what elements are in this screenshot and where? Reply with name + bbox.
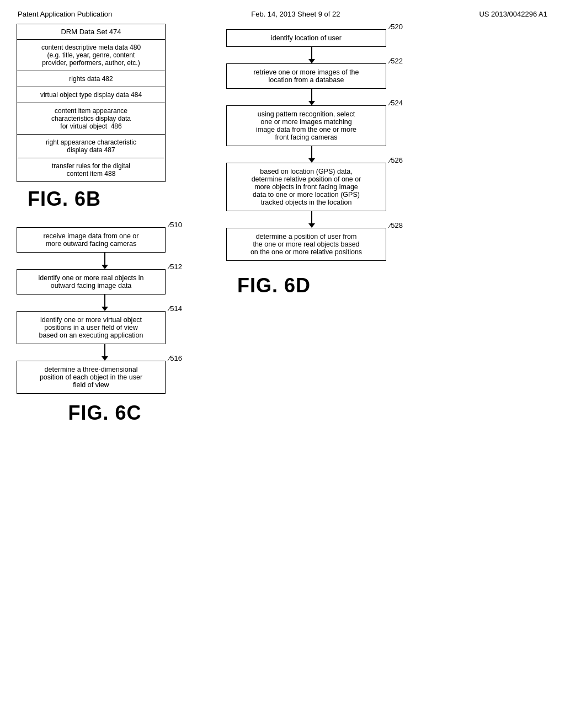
arrow-510-512	[17, 253, 193, 269]
left-column: DRM Data Set 474 content descriptive met…	[17, 24, 193, 425]
step-524-num: ∕524	[390, 99, 403, 107]
arrow-514-516	[17, 344, 193, 361]
step-514-num: ∕514	[169, 304, 182, 313]
step-522-num: ∕522	[390, 57, 403, 65]
step-528-num: ∕528	[390, 221, 403, 229]
fig-6d-flow: ∕520 identify location of user ∕522 retr…	[226, 29, 397, 297]
step-526-box: based on location (GPS) data,determine r…	[226, 163, 386, 211]
arrow-520-522	[226, 47, 397, 63]
step-520-box: identify location of user	[226, 29, 386, 47]
drm-row-3: content item appearancecharacteristics d…	[17, 103, 165, 135]
arrow-512-514	[17, 295, 193, 311]
arrow-524-526	[226, 146, 397, 163]
step-520-num: ∕520	[390, 23, 403, 31]
step-512-box: identify one or more real objects inoutw…	[17, 269, 166, 295]
step-526-num: ∕526	[390, 156, 403, 164]
step-514-wrap: ∕514 identify one or more virtual object…	[17, 311, 166, 344]
step-516-num: ∕516	[169, 354, 182, 362]
step-510-num: ∕510	[169, 221, 182, 229]
step-510-box: receive image data from one ormore outwa…	[17, 227, 166, 253]
arrow-526-528	[226, 211, 397, 228]
drm-title: DRM Data Set 474	[17, 24, 165, 40]
fig-6c-label: FIG. 6C	[17, 402, 193, 425]
header-center: Feb. 14, 2013 Sheet 9 of 22	[251, 10, 340, 18]
drm-row-1: rights data 482	[17, 71, 165, 87]
step-524-box: using pattern recognition, selectone or …	[226, 105, 386, 146]
drm-row-2: virtual object type display data 484	[17, 87, 165, 103]
fig-6c-section: ∕510 receive image data from one ormore …	[17, 227, 193, 425]
header-left: Patent Application Publication	[18, 10, 112, 18]
step-522-box: retrieve one or more images of thelocati…	[226, 63, 386, 89]
drm-row-5: transfer rules for the digitalcontent it…	[17, 158, 165, 181]
page-header: Patent Application Publication Feb. 14, …	[0, 0, 565, 18]
step-520-wrap: ∕520 identify location of user	[226, 29, 386, 47]
right-column: ∕520 identify location of user ∕522 retr…	[193, 24, 548, 297]
step-514-box: identify one or more virtual objectposit…	[17, 311, 166, 344]
step-512-wrap: ∕512 identify one or more real objects i…	[17, 269, 166, 295]
step-516-wrap: ∕516 determine a three-dimensionalpositi…	[17, 361, 166, 394]
step-522-wrap: ∕522 retrieve one or more images of thel…	[226, 63, 386, 89]
header-right: US 2013/0042296 A1	[479, 10, 547, 18]
step-528-wrap: ∕528 determine a position of user fromth…	[226, 228, 386, 261]
step-524-wrap: ∕524 using pattern recognition, selecton…	[226, 105, 386, 146]
fig-6b-label: FIG. 6B	[28, 188, 193, 211]
main-content: DRM Data Set 474 content descriptive met…	[0, 18, 565, 436]
arrow-522-524	[226, 89, 397, 105]
step-512-num: ∕512	[169, 263, 182, 271]
step-510-wrap: ∕510 receive image data from one ormore …	[17, 227, 166, 253]
fig-6d-label: FIG. 6D	[237, 274, 397, 297]
drm-row-0: content descriptive meta data 480(e.g. t…	[17, 40, 165, 71]
step-526-wrap: ∕526 based on location (GPS) data,determ…	[226, 163, 386, 211]
step-528-box: determine a position of user fromthe one…	[226, 228, 386, 261]
drm-row-4: right appearance characteristicdisplay d…	[17, 135, 165, 158]
drm-box: DRM Data Set 474 content descriptive met…	[17, 24, 166, 182]
step-516-box: determine a three-dimensionalposition of…	[17, 361, 166, 394]
